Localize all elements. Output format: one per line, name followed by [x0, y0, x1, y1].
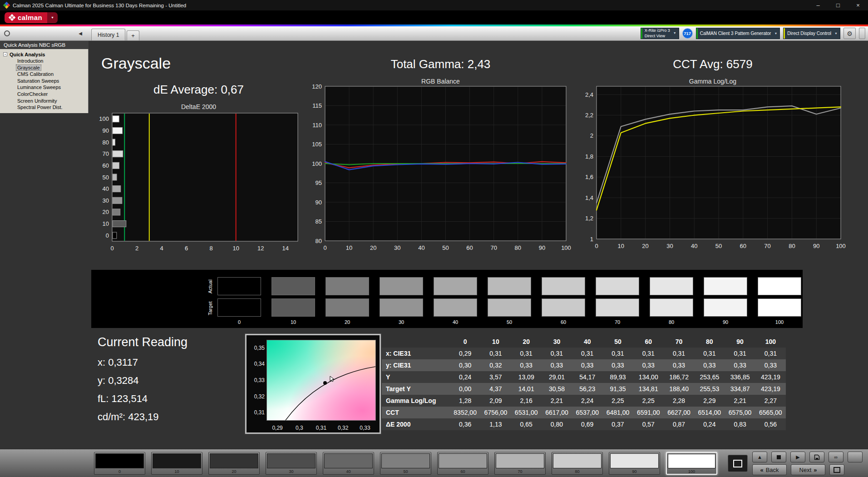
- deltae-bar-chart: 010203040506070809010002468101214: [93, 110, 304, 255]
- value-cell: 2,27: [755, 397, 786, 404]
- sidebar-item-luminance-sweeps[interactable]: Luminance Sweeps: [3, 84, 88, 91]
- calman-logo[interactable]: calman ▼: [5, 12, 58, 23]
- play-button[interactable]: ▶: [790, 452, 805, 462]
- pattern-level-20-button[interactable]: 20: [208, 452, 260, 475]
- svg-text:1,8: 1,8: [585, 153, 593, 160]
- value-cell: 423,19: [755, 385, 786, 393]
- transport-row-bottom: « Back Next »: [752, 464, 863, 475]
- cie-chart-panel[interactable]: 0,350,340,330,320,310,290,30,310,320,33: [245, 334, 381, 434]
- toolbar: ◀ History 1 + X-Rite i1Pro 3 Direct View…: [0, 26, 868, 41]
- app-icon: [3, 2, 10, 9]
- swatch-level-label: 100: [758, 319, 801, 325]
- record-circle-icon[interactable]: [4, 30, 10, 36]
- pattern-window-button[interactable]: [728, 455, 748, 472]
- pattern-level-30-button[interactable]: 30: [266, 452, 317, 475]
- meter-name: X-Rite i1Pro 3: [645, 28, 670, 33]
- svg-text:14: 14: [282, 245, 288, 252]
- value-cell: 2,28: [664, 397, 694, 404]
- pattern-level-90-button[interactable]: 90: [609, 452, 660, 475]
- svg-text:50: 50: [715, 243, 722, 249]
- svg-text:110: 110: [312, 122, 322, 129]
- table-row-target-y: Target Y0,004,3714,0130,5856,2391,35134,…: [382, 383, 786, 395]
- meter-status-badge[interactable]: 717: [682, 28, 693, 39]
- svg-text:95: 95: [316, 179, 322, 186]
- tree-expander-icon[interactable]: -: [3, 52, 7, 56]
- value-cell: 0,00: [450, 385, 480, 393]
- toolbar-overflow-button[interactable]: [859, 28, 865, 39]
- pattern-level-label: 0: [95, 468, 144, 474]
- settings-button[interactable]: ⚙: [843, 28, 856, 39]
- actual-swatch-70: [596, 277, 639, 295]
- display-control-dropdown[interactable]: Direct Display Control ▼: [783, 28, 840, 39]
- swatch-level-label: 90: [704, 319, 747, 325]
- value-cell: 0,31: [755, 350, 786, 357]
- logo-menu-button[interactable]: ▼: [47, 12, 58, 23]
- sidebar-item-label: Introduction: [16, 58, 44, 64]
- value-cell: 0,32: [480, 362, 511, 369]
- svg-text:60: 60: [740, 243, 746, 249]
- swatch-column-80: 80: [650, 277, 704, 325]
- pattern-level-0-button[interactable]: 0: [94, 452, 145, 475]
- tab-history-1[interactable]: History 1: [91, 29, 125, 40]
- close-button[interactable]: ×: [848, 0, 868, 10]
- swatch-level-label: 50: [488, 319, 531, 325]
- pattern-level-40-button[interactable]: 40: [323, 452, 374, 475]
- workflow-header: Quick Analysis NBC sRGB: [0, 40, 89, 49]
- pattern-level-60-button[interactable]: 60: [437, 452, 488, 475]
- sidebar-item-colorchecker[interactable]: ColorChecker: [3, 91, 88, 98]
- save-button[interactable]: [809, 452, 824, 462]
- pattern-swatch-80: [553, 453, 602, 468]
- value-cell: 8352,00: [450, 409, 480, 416]
- pattern-level-80-button[interactable]: 80: [552, 452, 603, 475]
- fullscreen-button[interactable]: [829, 464, 844, 475]
- value-cell: 0,33: [572, 362, 602, 369]
- swatch-column-10: 10: [271, 277, 326, 325]
- next-button[interactable]: Next »: [791, 464, 825, 475]
- sidebar-item-cms-calibration[interactable]: CMS Calibration: [3, 71, 88, 78]
- pattern-options-button[interactable]: [848, 452, 863, 462]
- value-cell: 29,01: [542, 373, 572, 381]
- window-controls: – □ ×: [808, 0, 868, 10]
- stop-button[interactable]: [771, 452, 786, 462]
- workflow-root-node[interactable]: - Quick Analysis: [3, 51, 88, 58]
- value-cell: 188,40: [664, 385, 694, 393]
- pattern-level-70-button[interactable]: 70: [494, 452, 546, 475]
- minimize-button[interactable]: –: [808, 0, 828, 10]
- swatch-level-label: 20: [326, 319, 369, 325]
- pattern-level-100-button[interactable]: 100: [666, 452, 717, 475]
- pattern-level-label: 90: [610, 468, 659, 474]
- svg-text:80: 80: [103, 139, 109, 146]
- meter-dropdown[interactable]: X-Rite i1Pro 3 Direct View ▼: [641, 28, 679, 39]
- pattern-level-10-button[interactable]: 10: [151, 452, 202, 475]
- logo-bar: calman ▼: [0, 10, 868, 25]
- expand-up-button[interactable]: ▲: [752, 452, 767, 462]
- row-label-cell: ΔE 2000: [382, 421, 450, 428]
- source-dropdown[interactable]: CalMAN Client 3 Pattern Generator ▼: [696, 28, 780, 39]
- value-cell: 70: [664, 338, 694, 345]
- add-tab-button[interactable]: +: [127, 30, 139, 40]
- maximize-button[interactable]: □: [828, 0, 848, 10]
- sidebar-item-screen-uniformity[interactable]: Screen Uniformity: [3, 98, 88, 104]
- svg-text:40: 40: [418, 244, 424, 251]
- actual-swatch-20: [326, 277, 369, 295]
- svg-text:0: 0: [595, 243, 598, 249]
- swatch-column-60: 60: [542, 277, 596, 325]
- value-cell: 80: [694, 338, 725, 345]
- sidebar-item-label: Luminance Sweeps: [16, 84, 62, 90]
- value-cell: 6514,00: [694, 409, 725, 416]
- cie-x-tick: 0,32: [336, 425, 350, 431]
- sidebar-item-introduction[interactable]: Introduction: [3, 58, 88, 65]
- sidebar-item-spectral-power-dist[interactable]: Spectral Power Dist.: [3, 104, 88, 111]
- value-cell: 134,81: [633, 385, 664, 393]
- sidebar-item-saturation-sweeps[interactable]: Saturation Sweeps: [3, 78, 88, 84]
- pattern-level-50-button[interactable]: 50: [380, 452, 431, 475]
- collapse-sidebar-button[interactable]: ◀: [76, 30, 84, 38]
- value-cell: 0,24: [694, 421, 725, 428]
- sidebar-item-grayscale[interactable]: Grayscale: [3, 65, 88, 71]
- link-button[interactable]: ∞: [829, 452, 843, 462]
- value-cell: 0,36: [450, 421, 480, 428]
- value-cell: 6591,00: [633, 409, 664, 416]
- back-button[interactable]: « Back: [752, 464, 787, 475]
- value-cell: 3,57: [480, 373, 511, 381]
- svg-text:115: 115: [312, 102, 322, 109]
